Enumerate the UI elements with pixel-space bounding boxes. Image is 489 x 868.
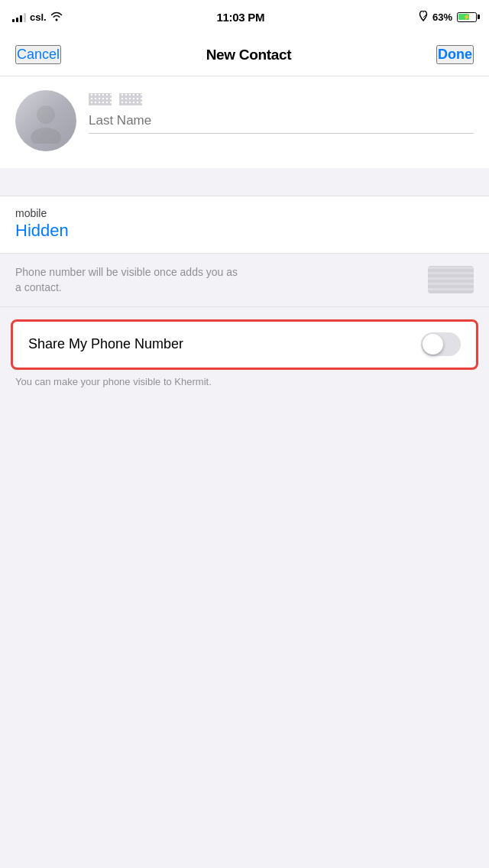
signal-bar-3 [20, 15, 22, 22]
name-fields [89, 90, 474, 134]
phone-section: mobile Hidden [0, 196, 489, 254]
share-phone-section: Share My Phone Number [11, 319, 478, 370]
share-phone-label: Share My Phone Number [28, 336, 183, 352]
section-gap-1 [0, 168, 489, 196]
signal-bar-1 [12, 19, 15, 22]
description-text: Phone number will be visible once adds y… [15, 264, 244, 296]
carrier-label: csl. [30, 11, 47, 23]
page-title: New Contact [206, 47, 292, 63]
last-name-input[interactable] [89, 108, 474, 134]
first-name-blurred [89, 93, 112, 105]
first-name-row [89, 93, 474, 105]
phone-label: mobile [15, 207, 474, 219]
signal-bar-2 [16, 18, 18, 22]
share-phone-subtitle: You can make your phone visible to Kherm… [0, 370, 489, 400]
contact-form-section [0, 76, 489, 168]
toggle-thumb [423, 334, 443, 355]
share-phone-row: Share My Phone Number [28, 322, 461, 368]
location-icon [419, 11, 428, 24]
svg-point-1 [31, 128, 61, 144]
battery-icon: ⚡ [457, 12, 477, 22]
cancel-button[interactable]: Cancel [15, 45, 61, 64]
phone-preview-blurred [428, 266, 474, 293]
signal-bar-4 [24, 13, 26, 22]
nav-bar: Cancel New Contact Done [0, 34, 489, 76]
status-bar: csl. 11:03 PM 63% ⚡ [0, 0, 489, 34]
battery-percent: 63% [432, 11, 452, 23]
bottom-area [0, 400, 489, 690]
middle-name-blurred [119, 93, 142, 105]
status-left: csl. [12, 11, 63, 24]
phone-number: Hidden [15, 221, 474, 241]
avatar-image [15, 90, 76, 151]
charging-bolt-icon: ⚡ [463, 14, 471, 21]
done-button[interactable]: Done [436, 45, 474, 64]
share-phone-toggle[interactable] [421, 332, 461, 356]
signal-bars-icon [12, 11, 26, 22]
status-time: 11:03 PM [217, 11, 265, 24]
svg-point-0 [37, 105, 55, 124]
phone-visibility-description: Phone number will be visible once adds y… [0, 254, 489, 307]
status-right: 63% ⚡ [419, 11, 477, 24]
wifi-icon [50, 11, 63, 24]
avatar[interactable] [15, 90, 76, 151]
